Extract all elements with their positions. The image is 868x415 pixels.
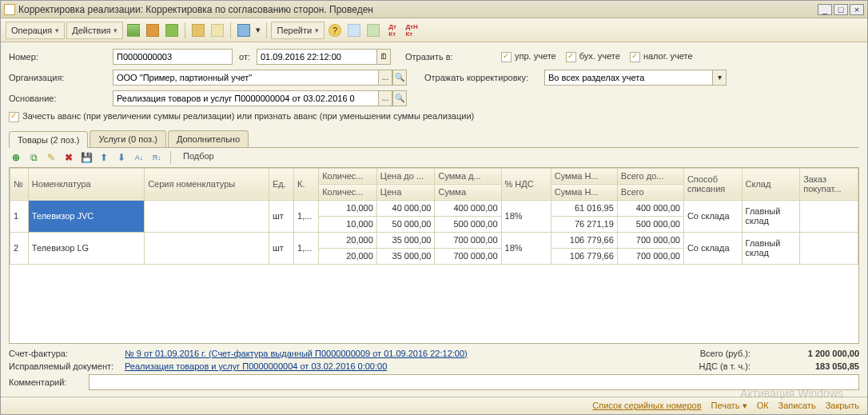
sf-label: Счет-фактура: [9, 349, 125, 358]
col-ed[interactable]: Ед. [269, 168, 293, 200]
total-value: 1 200 000,00 [763, 349, 859, 358]
window: Корректировка реализации: Корректировка … [0, 0, 868, 415]
dtkt-icon[interactable]: ДтКт [384, 22, 401, 39]
refresh-icon[interactable] [163, 22, 181, 39]
col-order[interactable]: Заказ покупат... [800, 168, 858, 200]
org-select-icon[interactable]: ... [378, 70, 392, 86]
main-toolbar: Операция Действия ▾ Перейти ? ДтКт ДтНКт [1, 18, 867, 42]
sort-desc-icon[interactable]: Я↓ [149, 150, 164, 165]
serials-link[interactable]: Список серийных номеров [592, 401, 701, 411]
titlebar: Корректировка реализации: Корректировка … [1, 1, 867, 18]
total-label: Всего (руб.): [700, 349, 751, 358]
col-k[interactable]: К. [294, 168, 319, 200]
post-icon[interactable] [125, 22, 142, 39]
col-n[interactable]: № [10, 168, 29, 200]
org-input[interactable] [113, 70, 378, 86]
report-icon[interactable] [235, 22, 253, 39]
app-icon [4, 4, 15, 15]
nalog-check[interactable]: налог. учете [630, 51, 693, 62]
sort-asc-icon[interactable]: A↓ [132, 150, 146, 165]
col-warehouse[interactable]: Склад [742, 168, 800, 200]
col-price[interactable]: Цена до ... [376, 168, 435, 184]
close-action-button[interactable]: Закрыть [826, 401, 859, 411]
nav-icon[interactable] [144, 22, 161, 39]
sf-link[interactable]: № 9 от 01.09.2016 г. (Счет-фактура выдан… [125, 349, 468, 358]
col-series[interactable]: Серия номенклатуры [145, 168, 269, 200]
add-copy-icon[interactable]: ⧉ [26, 150, 41, 165]
move-up-icon[interactable]: ⬆ [97, 150, 111, 165]
print-button[interactable]: Печать ▾ [711, 401, 747, 411]
reflect-corr-dropdown-icon[interactable]: ▾ [712, 70, 727, 86]
org-search-icon[interactable]: 🔍 [392, 70, 407, 86]
podbor-button[interactable]: Подбор [177, 150, 220, 165]
tree-icon[interactable] [189, 22, 207, 39]
go-menu[interactable]: Перейти [271, 22, 325, 39]
table-row[interactable]: 2 Телевизор LG шт 1,... 20,000 35 000,00… [10, 232, 858, 248]
ok-button[interactable]: ОК [757, 401, 769, 411]
org-label: Организация: [9, 73, 113, 82]
basis-label: Основание: [9, 94, 113, 103]
copy-icon[interactable] [209, 22, 226, 39]
save-row-icon[interactable]: 💾 [79, 150, 94, 165]
from-label: от: [239, 52, 250, 62]
window-title: Корректировка реализации: Корректировка … [18, 4, 373, 15]
buh-check[interactable]: бух. учете [566, 51, 620, 62]
add-icon[interactable]: ⊕ [9, 150, 23, 165]
tab-goods[interactable]: Товары (2 поз.) [9, 131, 88, 148]
comment-input[interactable] [89, 374, 859, 390]
basis-input[interactable] [113, 90, 378, 106]
move-down-icon[interactable]: ⬇ [114, 150, 129, 165]
reflect-label: Отразить в: [405, 52, 501, 62]
actions-menu[interactable]: Действия [66, 22, 123, 39]
basis-search-icon[interactable]: 🔍 [392, 90, 407, 106]
date-input[interactable] [257, 49, 376, 65]
tab-additional[interactable]: Дополнительно [168, 130, 249, 147]
maximize-button[interactable]: □ [834, 4, 848, 15]
operation-menu[interactable]: Операция [6, 22, 65, 39]
table-row[interactable]: 1 Телевизор JVC шт 1,... 10,000 40 000,0… [10, 200, 858, 216]
grid: № Номенклатура Серия номенклатуры Ед. К.… [9, 167, 859, 344]
col-qty[interactable]: Количес... [319, 168, 377, 184]
basis-select-icon[interactable]: ... [378, 90, 392, 106]
reflect-corr-label: Отражать корректировку: [424, 73, 544, 82]
date-picker-icon[interactable]: 🗓 [376, 49, 391, 65]
col-total[interactable]: Всего до... [617, 168, 683, 184]
delete-icon[interactable]: ✖ [62, 150, 76, 165]
col-vat[interactable]: % НДС [501, 168, 551, 200]
col-sum[interactable]: Сумма д... [435, 168, 501, 184]
action-bar: Список серийных номеров Печать ▾ ОК Запи… [1, 397, 867, 414]
struct-icon[interactable] [364, 22, 382, 39]
edit-icon[interactable]: ✎ [44, 150, 58, 165]
close-button[interactable]: × [850, 4, 864, 15]
corr-doc-link[interactable]: Реализация товаров и услуг П0000000004 о… [125, 361, 387, 371]
minimize-button[interactable]: _ [818, 4, 832, 15]
vat-label: НДС (в т. ч.): [699, 361, 751, 371]
number-input[interactable] [113, 49, 233, 65]
tab-services[interactable]: Услуги (0 поз.) [90, 130, 165, 147]
upr-check[interactable]: упр. учете [501, 51, 556, 62]
vat-value: 183 050,85 [763, 361, 859, 371]
col-method[interactable]: Способ списания [683, 168, 742, 200]
number-label: Номер: [9, 52, 113, 62]
advance-check[interactable]: Зачесть аванс (при увеличении суммы реал… [9, 111, 474, 122]
dtkt2-icon[interactable]: ДтНКт [403, 22, 420, 39]
report-dropdown-icon[interactable]: ▾ [254, 22, 262, 39]
list-icon[interactable] [345, 22, 363, 39]
corr-doc-label: Исправляемый документ: [9, 361, 125, 371]
save-button[interactable]: Записать [778, 401, 816, 411]
help-icon[interactable]: ? [326, 22, 344, 39]
reflect-corr-select[interactable] [544, 70, 712, 86]
comment-label: Комментарий: [9, 377, 89, 387]
tabs: Товары (2 поз.) Услуги (0 поз.) Дополнит… [9, 130, 859, 148]
grid-toolbar: ⊕ ⧉ ✎ ✖ 💾 ⬆ ⬇ A↓ Я↓ Подбор [9, 148, 859, 167]
col-nomen[interactable]: Номенклатура [28, 168, 144, 200]
col-sumvat[interactable]: Сумма Н... [551, 168, 617, 184]
